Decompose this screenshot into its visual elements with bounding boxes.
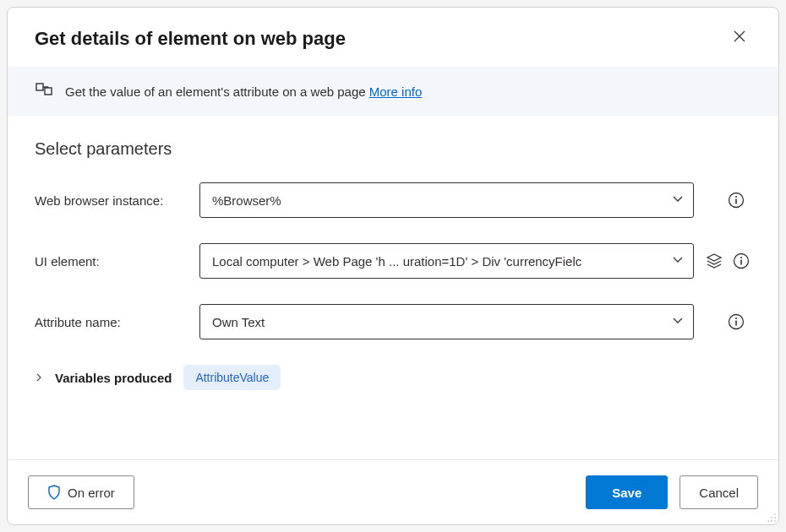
dialog-body: Select parameters Web browser instance: … <box>8 116 778 459</box>
variables-label: Variables produced <box>55 371 172 385</box>
shield-icon <box>47 485 61 500</box>
variables-row: Variables produced AttributeValue <box>35 365 751 390</box>
cancel-button[interactable]: Cancel <box>680 475 758 509</box>
dialog-footer: On error Save Cancel <box>8 459 778 524</box>
resize-grip-icon[interactable] <box>765 511 777 523</box>
uielement-combobox[interactable]: Local computer > Web Page 'h ... uration… <box>199 243 694 279</box>
svg-point-16 <box>767 520 769 522</box>
svg-point-15 <box>774 517 776 518</box>
uielement-trailing <box>706 252 750 269</box>
attribute-trailing <box>706 313 745 330</box>
field-uielement: UI element: Local computer > Web Page 'h… <box>35 243 751 279</box>
info-icon[interactable] <box>733 252 750 269</box>
svg-rect-12 <box>735 321 737 326</box>
dialog-header: Get details of element on web page <box>8 8 778 67</box>
browser-label: Web browser instance: <box>35 193 199 208</box>
layers-icon[interactable] <box>706 252 723 269</box>
attribute-value: Own Text <box>212 315 265 329</box>
on-error-button[interactable]: On error <box>28 475 134 509</box>
svg-point-5 <box>735 196 737 198</box>
close-button[interactable] <box>728 28 751 49</box>
uielement-label: UI element: <box>35 254 199 269</box>
svg-rect-0 <box>36 84 43 90</box>
field-attribute: Attribute name: Own Text <box>35 304 751 339</box>
svg-point-13 <box>774 513 776 515</box>
uielement-control: Local computer > Web Page 'h ... uration… <box>199 243 694 279</box>
svg-rect-1 <box>45 88 52 95</box>
attribute-combobox[interactable]: Own Text <box>199 304 694 339</box>
section-title: Select parameters <box>35 139 751 159</box>
dialog-title: Get details of element on web page <box>35 28 346 50</box>
banner-text-content: Get the value of an element's attribute … <box>65 84 369 99</box>
browser-trailing <box>706 192 745 209</box>
variable-chip[interactable]: AttributeValue <box>183 365 281 390</box>
svg-rect-9 <box>740 260 742 265</box>
browser-value: %Browser% <box>212 193 281 208</box>
svg-point-18 <box>774 520 776 522</box>
uielement-value: Local computer > Web Page 'h ... uration… <box>212 254 581 269</box>
attribute-label: Attribute name: <box>35 315 199 329</box>
banner-text: Get the value of an element's attribute … <box>65 84 422 99</box>
dialog: Get details of element on web page Get t… <box>7 7 779 525</box>
browser-combobox[interactable]: %Browser% <box>199 182 694 218</box>
footer-right: Save Cancel <box>586 475 758 509</box>
attribute-control: Own Text <box>199 304 694 339</box>
more-info-link[interactable]: More info <box>369 84 423 99</box>
svg-point-8 <box>740 257 742 258</box>
save-button[interactable]: Save <box>586 475 668 509</box>
browser-control: %Browser% <box>199 182 694 218</box>
on-error-label: On error <box>68 486 115 500</box>
info-icon[interactable] <box>728 192 745 209</box>
info-icon[interactable] <box>728 313 745 330</box>
svg-point-11 <box>735 318 737 319</box>
chevron-right-icon <box>35 373 43 382</box>
svg-rect-6 <box>735 199 737 204</box>
svg-point-17 <box>771 520 772 522</box>
field-browser: Web browser instance: %Browser% <box>35 182 751 218</box>
details-icon <box>35 82 53 100</box>
expand-toggle[interactable] <box>35 371 43 384</box>
close-icon <box>733 30 746 43</box>
svg-point-14 <box>771 517 772 518</box>
info-banner: Get the value of an element's attribute … <box>8 67 778 116</box>
